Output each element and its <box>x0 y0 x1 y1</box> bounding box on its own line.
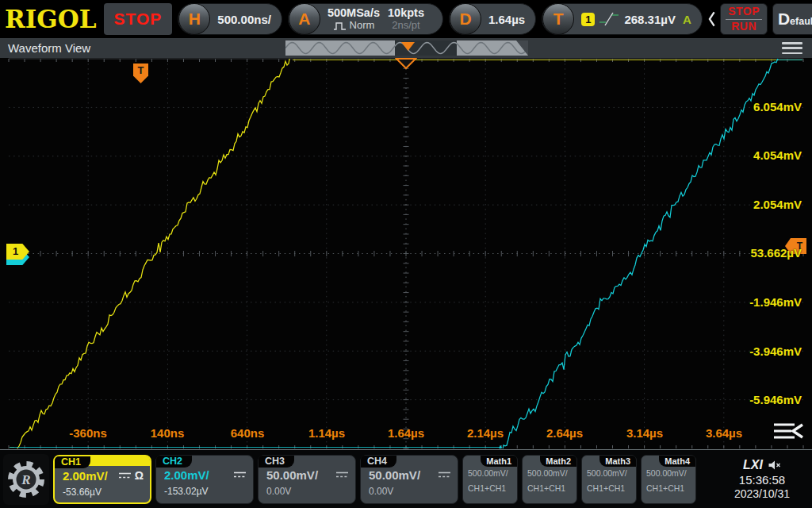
ch2-scale-value: 2.00mV/ <box>164 468 209 482</box>
time-label: 1.64µs <box>370 426 442 440</box>
voltage-label: 4.054mV <box>753 148 802 162</box>
gear-logo-icon: R <box>6 457 47 502</box>
default-rest: efault <box>790 16 812 27</box>
horizontal-scale-control[interactable]: H 500.00ns/ <box>178 3 282 35</box>
trigger-level-value: 268.31µV <box>624 13 676 26</box>
horizontal-reference-marker[interactable] <box>395 58 417 70</box>
time-label: 3.64µs <box>688 426 760 440</box>
dc-coupling-icon <box>335 471 349 479</box>
speaker-muted-icon <box>768 460 781 471</box>
default-button[interactable]: Default <box>772 3 812 35</box>
time-label: 2.64µs <box>529 426 600 440</box>
math4-expression: CH1+CH1 <box>646 483 691 493</box>
time-label: -360ns <box>52 426 124 440</box>
math3-scale-value: 500.00mV/ <box>587 468 631 478</box>
system-time: 15:36:58 <box>739 473 785 487</box>
ch4-tab: CH4 <box>361 456 396 468</box>
time-label: 2.14µs <box>450 426 521 440</box>
stop-run-run-label: RUN <box>731 20 756 33</box>
waveform-display-area[interactable]: T 1 T 6.054mV 4.054mV 2.054mV 53.662µV -… <box>0 58 812 450</box>
rigol-logo: RIGOL <box>5 7 97 32</box>
math3-expression: CH1+CH1 <box>587 483 631 493</box>
math1-expression: CH1+CH1 <box>468 483 512 493</box>
horizontal-knob-icon[interactable]: H <box>178 3 210 35</box>
waveform-view-titlebar: Waveform View <box>0 38 812 58</box>
default-initial: D <box>778 10 790 29</box>
stop-run-button[interactable]: STOP RUN <box>720 3 768 35</box>
math1-scale-value: 500.00mV/ <box>468 468 512 478</box>
ch3-scale-value: 50.00mV/ <box>266 468 318 482</box>
channel-card-ch3[interactable]: CH3 50.00mV/ 0.00V <box>258 455 356 504</box>
ch1-scale-value: 2.00mV/ <box>63 469 108 483</box>
acquisition-control[interactable]: A 500MSa/s Norm 10kpts 2ns/pt <box>288 3 443 35</box>
trigger-auto-indicator: A <box>683 13 691 26</box>
lxi-label: LXI <box>743 458 763 472</box>
dc-coupling-icon <box>233 471 247 479</box>
channel-status-bar: R CH1 2.00mV/ Ω -53.66µV CH2 <box>0 450 812 508</box>
ch1-offset-value: -53.66µV <box>63 487 144 498</box>
run-state-button[interactable]: STOP <box>104 3 173 35</box>
voltage-label: 2.054mV <box>753 198 802 211</box>
math-card-math1[interactable]: Math1 500.00mV/ CH1+CH1 <box>462 455 518 504</box>
waveform-overview-scrollbar[interactable] <box>285 40 528 56</box>
hamburger-menu-icon[interactable] <box>782 42 802 54</box>
graticule-and-traces <box>0 58 812 449</box>
voltage-label: 6.054mV <box>753 100 802 114</box>
math4-scale-value: 500.00mV/ <box>646 468 691 478</box>
acquisition-knob-icon[interactable]: A <box>289 3 320 35</box>
math2-scale-value: 500.00mV/ <box>527 468 572 478</box>
voltage-label: -5.946mV <box>749 393 802 406</box>
math2-tab: Math2 <box>540 456 576 467</box>
math1-tab: Math1 <box>481 456 517 467</box>
system-date: 2023/10/31 <box>734 487 790 500</box>
time-label: 140ns <box>132 426 203 440</box>
delay-value: 1.64µs <box>488 13 525 26</box>
acquisition-rate-mode: 500MSa/s Norm <box>327 6 380 32</box>
ch3-tab: CH3 <box>259 456 294 468</box>
ch2-offset-value: -153.02µV <box>164 486 247 497</box>
collapse-menu-icon[interactable] <box>772 421 804 442</box>
ch1-impedance-label: Ω <box>135 469 144 482</box>
trigger-delay-control[interactable]: D 1.64µs <box>449 3 536 35</box>
mem-depth-value: 10kpts <box>388 6 424 20</box>
voltage-label: -3.946mV <box>749 344 802 358</box>
time-label: 640ns <box>212 426 283 440</box>
rigol-gear-logo-button[interactable]: R <box>3 454 49 505</box>
toolbar-button-cluster: STOP RUN Default Measure <box>708 3 812 35</box>
time-label: 1.14µs <box>291 426 362 440</box>
pulse-norm-icon <box>333 21 347 30</box>
svg-text:R: R <box>21 472 30 487</box>
ch4-offset-value: 0.00V <box>369 486 451 497</box>
sample-rate-value: 500MSa/s <box>327 6 380 20</box>
channel-card-ch2[interactable]: CH2 2.00mV/ -153.02µV <box>155 455 254 504</box>
channel-card-ch4[interactable]: CH4 50.00mV/ 0.00V <box>360 455 458 504</box>
ch3-offset-value: 0.00V <box>266 486 349 497</box>
trigger-knob-icon[interactable]: T <box>542 3 574 35</box>
ch4-scale-value: 50.00mV/ <box>369 468 420 482</box>
trigger-source-badge: 1 <box>581 13 595 26</box>
time-per-point-value: 2ns/pt <box>388 20 424 32</box>
memory-depth: 10kpts 2ns/pt <box>388 6 424 32</box>
page-title: Waveform View <box>8 41 90 55</box>
dc-coupling-icon <box>438 471 451 479</box>
math3-tab: Math3 <box>599 456 636 467</box>
trace-ch1 <box>8 58 298 449</box>
oscilloscope-screen: RIGOL STOP H 500.00ns/ A 500MSa/s Norm 1… <box>0 0 812 508</box>
chevron-left-icon[interactable] <box>708 10 716 28</box>
math-card-math4[interactable]: Math4 500.00mV/ CH1+CH1 <box>641 455 696 504</box>
math4-tab: Math4 <box>659 456 695 467</box>
time-label: 3.14µs <box>609 426 680 440</box>
trigger-control[interactable]: T 1 268.31µV A <box>542 3 703 35</box>
dc-coupling-icon <box>118 471 132 479</box>
math-card-math3[interactable]: Math3 500.00mV/ CH1+CH1 <box>581 455 637 504</box>
acquisition-mode-label: Norm <box>350 20 375 32</box>
ch2-tab: CH2 <box>156 456 192 468</box>
math-card-math2[interactable]: Math2 500.00mV/ CH1+CH1 <box>522 455 577 504</box>
status-panel[interactable]: LXI 15:36:58 2023/10/31 <box>715 453 809 506</box>
trigger-slope-icon <box>599 11 619 27</box>
delay-knob-icon[interactable]: D <box>450 3 481 35</box>
channel-card-ch1[interactable]: CH1 2.00mV/ Ω -53.66µV <box>53 455 151 504</box>
voltage-label: 53.662µV <box>750 246 802 260</box>
top-toolbar: RIGOL STOP H 500.00ns/ A 500MSa/s Norm 1… <box>0 0 812 38</box>
horizontal-scale-value: 500.00ns/ <box>217 13 271 26</box>
